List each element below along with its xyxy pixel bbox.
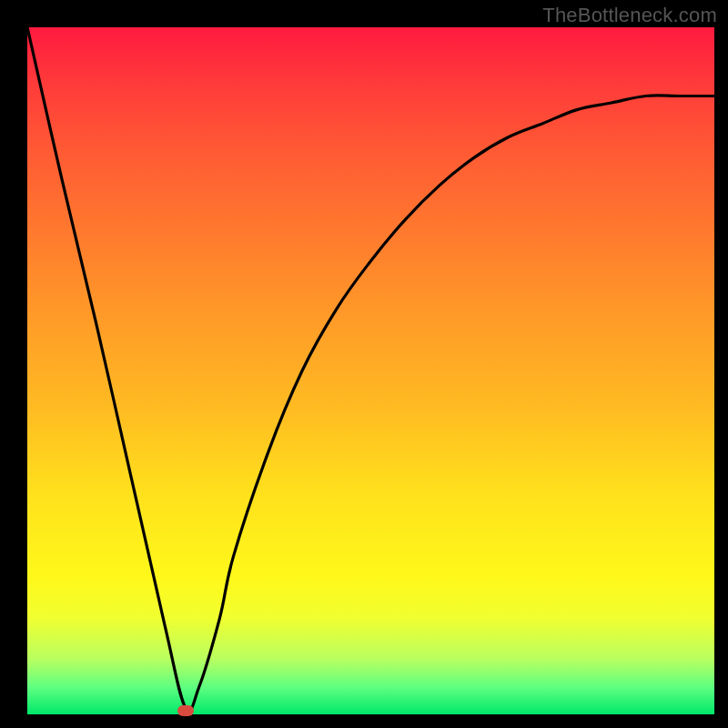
plot-area (27, 27, 714, 714)
bottleneck-curve (27, 27, 714, 714)
chart-frame: TheBottleneck.com (0, 0, 728, 728)
watermark-text: TheBottleneck.com (542, 4, 717, 27)
optimum-marker (177, 705, 194, 716)
curve-path (27, 27, 714, 712)
